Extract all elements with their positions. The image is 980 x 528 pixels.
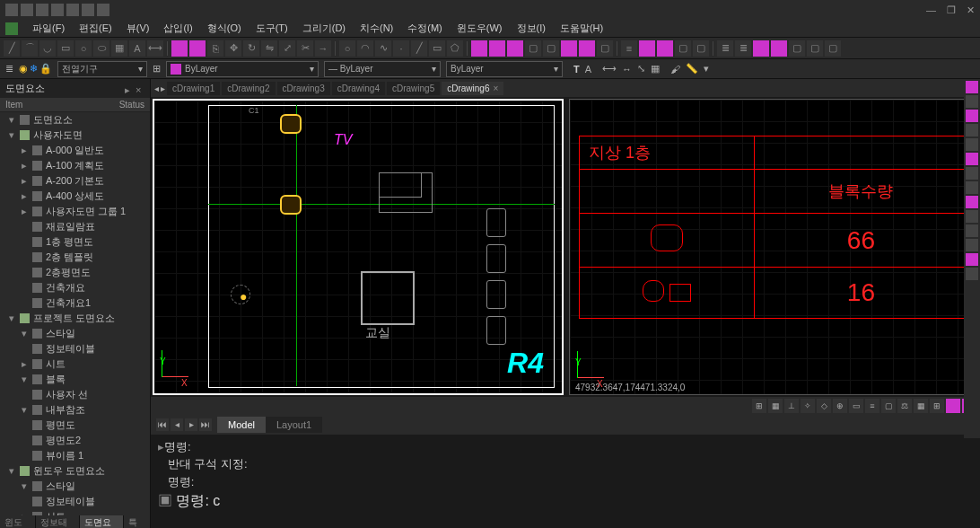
tool-spl[interactable]: ∿ [375,40,391,57]
tool-m7[interactable] [579,40,595,57]
tool-layer1[interactable]: ≣ [717,40,733,57]
tree-infotbl2[interactable]: 정보테이블 [0,494,150,509]
tool-circle[interactable]: ○ [75,40,92,57]
tool-dim[interactable]: ⟷ [147,40,163,57]
tree-windwg[interactable]: ▾윈도우 도면요소 [0,463,150,479]
tree-mat[interactable]: 재료일람표 [0,219,150,234]
track-btn[interactable]: ⊕ [833,399,847,413]
rtool-13[interactable] [966,253,978,266]
tool-rotate[interactable]: ↻ [243,40,259,57]
tool-align[interactable]: ≡ [621,40,637,57]
menu-view[interactable]: 뷰(V) [127,22,150,35]
tool-pline[interactable]: ⌒ [22,40,38,57]
tree-root[interactable]: ▾도면요소 [0,112,150,128]
tool-m6[interactable] [561,40,577,57]
cmd-prompt[interactable]: ▣ 명령: c [158,490,973,512]
menu-info[interactable]: 정보(I) [517,22,546,35]
print-icon[interactable] [97,4,109,16]
rtool-14[interactable] [966,268,978,280]
tree-arch1[interactable]: 건축개요1 [0,295,150,311]
tool-arc[interactable]: ◡ [39,40,56,57]
rtool-9[interactable] [966,196,978,208]
tool-m9[interactable] [657,40,673,57]
tool-b8[interactable]: ▢ [825,40,841,57]
tool-b6[interactable]: ▢ [789,40,805,57]
tool-rect[interactable]: ▭ [57,40,74,57]
tool-poly2[interactable]: ⬠ [447,40,463,57]
layer-current-dropdown[interactable]: 전열기구 ▾ [57,61,147,77]
tool-line[interactable]: ╱ [4,40,20,57]
tool-pt[interactable]: · [393,40,409,57]
tool-scale[interactable]: ⤢ [279,40,295,57]
redo-icon[interactable] [82,4,94,16]
doc-tab-3[interactable]: cDrawing3 [277,82,330,95]
btab-window[interactable]: 윈도우 [0,515,36,528]
tree-proj[interactable]: ▾프로젝트 도면요소 [0,311,150,326]
doc-tab-1[interactable]: cDrawing1 [167,82,220,95]
doc-tab-6[interactable]: cDrawing6× [442,82,503,95]
tool-m4[interactable] [489,40,505,57]
undo-icon[interactable] [66,4,79,16]
next-icon[interactable]: ▸ [185,418,197,431]
tool-move[interactable]: ✥ [225,40,241,57]
linetype-dropdown[interactable]: — ByLayer ▾ [324,61,441,77]
ortho-btn[interactable]: ⊥ [784,399,799,413]
btab-infotag[interactable]: 정보태그 [36,515,80,528]
cmd-input[interactable]: c [213,493,220,508]
tree-fl2t[interactable]: 2층 템플릿 [0,250,150,265]
tree-style2[interactable]: ▾스타일 [0,479,150,494]
tree-plan2[interactable]: 평면도2 [0,433,150,448]
tool-m1[interactable] [171,40,188,57]
rtool-10[interactable] [966,210,978,223]
rtool-2[interactable] [966,95,978,108]
maximize-button[interactable]: ❐ [947,4,956,16]
tree-a100[interactable]: ▸A-100 계획도 [0,158,150,173]
tool-m3[interactable] [471,40,487,57]
tool-b4[interactable]: ▢ [675,40,691,57]
panel-close-icon[interactable]: × [136,84,144,93]
menu-modify[interactable]: 수정(M) [407,22,442,35]
menu-tool[interactable]: 도구(T) [256,22,288,35]
scale-btn[interactable]: ⚖ [897,399,912,413]
measure-icon[interactable]: 📏 [686,63,698,75]
tab-close-icon[interactable]: × [494,84,499,93]
tree-sheet[interactable]: ▸시트 [0,356,150,372]
tool-b3[interactable]: ▢ [597,40,613,57]
menu-format[interactable]: 형식(O) [207,22,241,35]
tool-lin2[interactable]: ╱ [411,40,427,57]
snap-btn[interactable]: ⊞ [752,399,766,413]
doc-tab-5[interactable]: cDrawing5 [387,82,440,95]
menu-window[interactable]: 윈도우(W) [457,22,503,35]
lw-btn[interactable]: ≡ [865,399,879,413]
tree-grp1[interactable]: ▸사용자도면 그룹 1 [0,204,150,219]
tab-layout1[interactable]: Layout1 [266,417,322,433]
prev-icon[interactable]: ◂ [171,418,183,431]
layer-manager-icon[interactable]: ≣ [5,63,13,75]
tool-m10[interactable] [753,40,769,57]
rtool-12[interactable] [966,239,978,251]
tool-b7[interactable]: ▢ [807,40,823,57]
tool-m5[interactable] [507,40,523,57]
tool-extend[interactable]: → [315,40,331,57]
app-icon[interactable] [5,4,18,16]
vp-btn[interactable]: ▦ [914,399,928,413]
rtool-7[interactable] [966,167,978,180]
tree-fl2[interactable]: 2층평면도 [0,265,150,280]
tool-copy[interactable]: ⎘ [207,40,223,57]
tool-hatch[interactable]: ▦ [111,40,127,57]
close-button[interactable]: ✕ [967,4,975,16]
paint-icon[interactable]: 🖌 [670,64,680,75]
model-btn[interactable]: ▢ [881,399,896,413]
tree-style[interactable]: ▾스타일 [0,326,150,341]
tool-text[interactable]: A [129,40,145,57]
dim-icon[interactable]: ⟷ [602,63,617,75]
tree-sheet2[interactable]: ▸시트 [0,509,150,515]
tool-circle2[interactable]: ○ [339,40,355,57]
tree-plan[interactable]: 평면도 [0,418,150,433]
rtool-3[interactable] [966,110,978,122]
minimize-button[interactable]: — [926,4,936,16]
rtool-5[interactable] [966,138,978,151]
polar-btn[interactable]: ✧ [801,399,815,413]
dim2-icon[interactable]: ↔ [622,64,632,75]
viewport-right[interactable]: 지상 1층 블록수량 66 16 Y X 47932.3647,174471.3… [569,99,978,395]
